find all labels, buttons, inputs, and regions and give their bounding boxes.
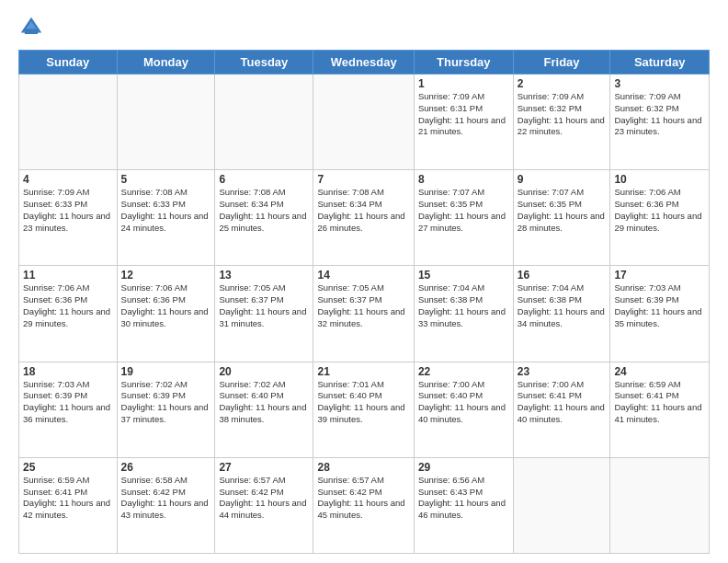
header [18,15,710,40]
day-number: 6 [219,173,309,186]
day-info: Sunrise: 7:03 AMSunset: 6:39 PMDaylight:… [23,379,113,426]
week-row-1: 4Sunrise: 7:09 AMSunset: 6:33 PMDaylight… [19,170,710,266]
day-info: Sunrise: 7:08 AMSunset: 6:33 PMDaylight:… [121,187,211,234]
day-cell: 8Sunrise: 7:07 AMSunset: 6:35 PMDaylight… [414,170,513,266]
week-row-2: 11Sunrise: 7:06 AMSunset: 6:36 PMDayligh… [19,266,710,362]
day-number: 18 [23,365,113,378]
day-cell: 17Sunrise: 7:03 AMSunset: 6:39 PMDayligh… [610,266,710,362]
day-number: 1 [418,77,509,90]
day-number: 19 [121,365,211,378]
day-number: 29 [418,461,509,474]
day-header-row: SundayMondayTuesdayWednesdayThursdayFrid… [19,51,710,75]
day-cell: 2Sunrise: 7:09 AMSunset: 6:32 PMDaylight… [513,75,610,170]
day-cell: 24Sunrise: 6:59 AMSunset: 6:41 PMDayligh… [610,362,710,457]
day-cell: 5Sunrise: 7:08 AMSunset: 6:33 PMDaylight… [117,170,215,266]
day-cell: 15Sunrise: 7:04 AMSunset: 6:38 PMDayligh… [414,266,513,362]
day-number: 28 [317,461,409,474]
day-number: 10 [614,173,705,186]
day-cell [117,75,215,170]
day-info: Sunrise: 7:07 AMSunset: 6:35 PMDaylight:… [518,187,607,234]
day-info: Sunrise: 7:08 AMSunset: 6:34 PMDaylight:… [219,187,309,234]
day-cell: 12Sunrise: 7:06 AMSunset: 6:36 PMDayligh… [117,266,215,362]
day-info: Sunrise: 7:06 AMSunset: 6:36 PMDaylight:… [121,282,211,329]
day-number: 13 [219,269,309,282]
day-number: 11 [23,269,113,282]
day-info: Sunrise: 7:09 AMSunset: 6:31 PMDaylight:… [418,91,509,138]
day-number: 8 [418,173,509,186]
day-number: 27 [219,461,309,474]
day-info: Sunrise: 7:01 AMSunset: 6:40 PMDaylight:… [317,379,409,426]
day-info: Sunrise: 6:59 AMSunset: 6:41 PMDaylight:… [23,475,113,522]
day-info: Sunrise: 7:05 AMSunset: 6:37 PMDaylight:… [317,282,409,329]
day-cell: 3Sunrise: 7:09 AMSunset: 6:32 PMDaylight… [610,75,710,170]
page: SundayMondayTuesdayWednesdayThursdayFrid… [0,0,728,563]
day-info: Sunrise: 7:09 AMSunset: 6:32 PMDaylight:… [518,91,607,138]
day-info: Sunrise: 6:56 AMSunset: 6:43 PMDaylight:… [418,475,509,522]
day-cell: 6Sunrise: 7:08 AMSunset: 6:34 PMDaylight… [215,170,313,266]
day-info: Sunrise: 7:06 AMSunset: 6:36 PMDaylight:… [614,187,705,234]
day-number: 22 [418,365,509,378]
day-number: 24 [614,365,705,378]
day-cell: 25Sunrise: 6:59 AMSunset: 6:41 PMDayligh… [19,457,118,553]
day-info: Sunrise: 6:57 AMSunset: 6:42 PMDaylight:… [219,475,309,522]
day-cell [215,75,313,170]
day-cell: 9Sunrise: 7:07 AMSunset: 6:35 PMDaylight… [513,170,610,266]
day-cell [313,75,414,170]
day-info: Sunrise: 6:58 AMSunset: 6:42 PMDaylight:… [121,475,211,522]
day-info: Sunrise: 7:04 AMSunset: 6:38 PMDaylight:… [418,282,509,329]
logo-icon [18,15,44,40]
day-header-saturday: Saturday [610,51,710,75]
day-info: Sunrise: 7:09 AMSunset: 6:32 PMDaylight:… [614,91,705,138]
day-cell: 11Sunrise: 7:06 AMSunset: 6:36 PMDayligh… [19,266,118,362]
svg-rect-2 [25,29,38,34]
day-cell: 19Sunrise: 7:02 AMSunset: 6:39 PMDayligh… [117,362,215,457]
day-cell: 14Sunrise: 7:05 AMSunset: 6:37 PMDayligh… [313,266,414,362]
day-header-wednesday: Wednesday [313,51,414,75]
day-info: Sunrise: 7:04 AMSunset: 6:38 PMDaylight:… [518,282,607,329]
day-cell: 10Sunrise: 7:06 AMSunset: 6:36 PMDayligh… [610,170,710,266]
day-cell [513,457,610,553]
day-info: Sunrise: 7:09 AMSunset: 6:33 PMDaylight:… [23,187,113,234]
week-row-0: 1Sunrise: 7:09 AMSunset: 6:31 PMDaylight… [19,75,710,170]
day-cell: 23Sunrise: 7:00 AMSunset: 6:41 PMDayligh… [513,362,610,457]
day-info: Sunrise: 7:02 AMSunset: 6:39 PMDaylight:… [121,379,211,426]
day-header-tuesday: Tuesday [215,51,313,75]
calendar-table: SundayMondayTuesdayWednesdayThursdayFrid… [18,50,710,554]
day-number: 23 [518,365,607,378]
day-cell: 22Sunrise: 7:00 AMSunset: 6:40 PMDayligh… [414,362,513,457]
day-cell: 4Sunrise: 7:09 AMSunset: 6:33 PMDaylight… [19,170,118,266]
day-info: Sunrise: 7:06 AMSunset: 6:36 PMDaylight:… [23,282,113,329]
day-number: 12 [121,269,211,282]
day-number: 16 [518,269,607,282]
day-cell: 21Sunrise: 7:01 AMSunset: 6:40 PMDayligh… [313,362,414,457]
week-row-4: 25Sunrise: 6:59 AMSunset: 6:41 PMDayligh… [19,457,710,553]
day-info: Sunrise: 7:02 AMSunset: 6:40 PMDaylight:… [219,379,309,426]
day-number: 17 [614,269,705,282]
day-cell: 29Sunrise: 6:56 AMSunset: 6:43 PMDayligh… [414,457,513,553]
day-number: 2 [518,77,607,90]
week-row-3: 18Sunrise: 7:03 AMSunset: 6:39 PMDayligh… [19,362,710,457]
day-cell [610,457,710,553]
day-number: 21 [317,365,409,378]
day-header-sunday: Sunday [19,51,118,75]
day-info: Sunrise: 7:03 AMSunset: 6:39 PMDaylight:… [614,282,705,329]
day-number: 25 [23,461,113,474]
day-info: Sunrise: 6:57 AMSunset: 6:42 PMDaylight:… [317,475,409,522]
day-info: Sunrise: 7:05 AMSunset: 6:37 PMDaylight:… [219,282,309,329]
day-cell: 1Sunrise: 7:09 AMSunset: 6:31 PMDaylight… [414,75,513,170]
day-cell: 13Sunrise: 7:05 AMSunset: 6:37 PMDayligh… [215,266,313,362]
day-number: 4 [23,173,113,186]
day-info: Sunrise: 7:00 AMSunset: 6:40 PMDaylight:… [418,379,509,426]
day-cell: 20Sunrise: 7:02 AMSunset: 6:40 PMDayligh… [215,362,313,457]
day-cell: 26Sunrise: 6:58 AMSunset: 6:42 PMDayligh… [117,457,215,553]
day-number: 20 [219,365,309,378]
day-cell [19,75,118,170]
day-number: 7 [317,173,409,186]
day-number: 5 [121,173,211,186]
day-number: 3 [614,77,705,90]
day-cell: 28Sunrise: 6:57 AMSunset: 6:42 PMDayligh… [313,457,414,553]
day-info: Sunrise: 7:07 AMSunset: 6:35 PMDaylight:… [418,187,509,234]
day-number: 9 [518,173,607,186]
day-info: Sunrise: 7:00 AMSunset: 6:41 PMDaylight:… [518,379,607,426]
day-header-thursday: Thursday [414,51,513,75]
